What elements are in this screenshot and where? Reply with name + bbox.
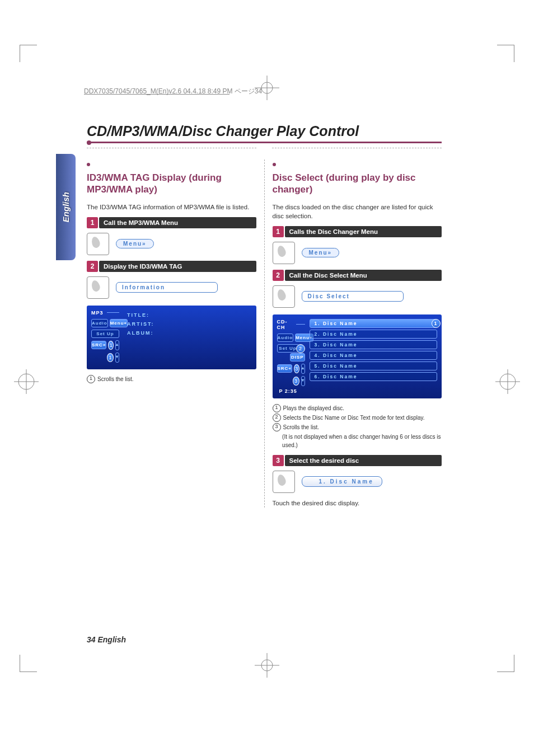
intro-text: The ID3/WMA TAG information of MP3/WMA f… (87, 203, 256, 212)
document-header: DDX7035/7045/7065_M(En)v2.6 04.4.18 8:49… (84, 87, 262, 96)
step-1: 1 Calls the Disc Changer Menu (273, 226, 442, 237)
touch-icon (273, 285, 295, 308)
page-footer: 34 English (87, 635, 126, 644)
title-rule (87, 142, 442, 143)
setup-button[interactable]: Set Up (277, 344, 299, 353)
intro-text: The discs loaded on the disc changer are… (273, 203, 442, 220)
section-dot (87, 163, 90, 166)
note-3b: (It is not displayed when a disc changer… (282, 433, 442, 449)
disc-item-6[interactable]: 6. Disc Name (310, 372, 438, 381)
scroll-down-button[interactable]: ▾ (301, 376, 305, 386)
outro-text: Touch the desired disc display. (273, 499, 442, 508)
audio-button[interactable]: Audio (277, 334, 294, 342)
step-number: 1 (273, 226, 284, 237)
disc-item-4[interactable]: 4. Disc Name (310, 351, 438, 360)
setup-button[interactable]: Set Up (91, 330, 119, 338)
left-column: ID3/WMA TAG Display (during MP3/WMA play… (87, 159, 265, 508)
disc-item-1[interactable]: 1. Disc Name (310, 319, 438, 328)
touch-icon (87, 276, 109, 299)
scroll-down-button[interactable]: ▾ (115, 353, 119, 363)
note-1: Plays the displayed disc. (283, 404, 345, 412)
field-title: TITLE: (127, 312, 249, 318)
disc-item-3[interactable]: 3. Disc Name (310, 340, 438, 349)
step-label: Call the Disc Select Menu (285, 270, 442, 281)
field-album: ALBUM: (127, 330, 249, 336)
field-artist: ARTIST: (127, 321, 249, 327)
note-3: Scrolls the list. (283, 423, 319, 431)
step-label: Calls the Disc Changer Menu (285, 226, 442, 237)
note-2: Selects the Disc Name or Disc Text mode … (283, 414, 425, 422)
language-tab: English (56, 154, 76, 260)
header-underline (84, 94, 229, 95)
play-time: P 2:35 (277, 388, 305, 394)
registration-mark-left (14, 369, 39, 394)
step-1: 1 Call the MP3/WMA Menu (87, 217, 256, 228)
mp3-screen: MP3 Audio Menu« Set Up SRC« 1 ▴ 1 ▾ (87, 306, 256, 369)
scroll-up-button[interactable]: ▴ (301, 364, 305, 374)
scroll-up-button[interactable]: ▴ (115, 340, 119, 350)
step-3: 3 Select the desired disc (273, 455, 442, 466)
disc-item-2[interactable]: 2. Disc Name (310, 330, 438, 339)
right-column: Disc Select (during play by disc changer… (265, 159, 442, 508)
step-label: Display the ID3/WMA TAG (99, 261, 256, 272)
language-label: English (61, 192, 71, 222)
step-number: 1 (87, 217, 98, 228)
callout-3b: 3 (293, 377, 299, 386)
step-label: Select the desired disc (285, 455, 442, 466)
audio-button[interactable]: Audio (91, 319, 108, 327)
screen-header: MP3 (91, 310, 104, 316)
section-dot (273, 163, 276, 166)
section-title-id3: ID3/WMA TAG Display (during MP3/WMA play… (87, 172, 256, 196)
menu-button[interactable]: Menu» (302, 248, 340, 257)
disp-button[interactable]: DISP (290, 353, 305, 361)
src-button[interactable]: SRC« (91, 341, 106, 349)
cdch-screen: CD-CH Audio Menu« Set Up 2 DISP SRC« (273, 314, 442, 398)
section-title-discselect: Disc Select (during play by disc changer… (273, 172, 442, 196)
note-bullet-3: 3 (273, 423, 281, 431)
callout-1: 1 (432, 319, 441, 328)
note-bullet-2: 2 (273, 414, 281, 422)
note-bullet-1: 1 (87, 375, 95, 383)
crop-mark-bl (20, 655, 37, 672)
note-1: Scrolls the list. (97, 375, 133, 383)
callout-1b: 1 (107, 353, 114, 362)
callout-2: 2 (296, 344, 305, 353)
step-number: 2 (273, 270, 284, 281)
note-bullet-1: 1 (273, 404, 281, 412)
callout-1: 1 (108, 341, 114, 350)
touch-icon (273, 471, 295, 493)
menu-button[interactable]: Menu» (116, 239, 154, 248)
crop-mark-tr (497, 45, 514, 62)
disc-select-button[interactable]: Disc Select (302, 291, 404, 302)
callout-3: 3 (294, 364, 299, 373)
src-button[interactable]: SRC« (277, 364, 292, 373)
step-number: 2 (87, 261, 98, 272)
step-number: 3 (273, 455, 284, 466)
touch-icon (87, 233, 109, 255)
touch-icon (273, 242, 295, 264)
screen-header: CD-CH (277, 319, 293, 330)
step-2: 2 Display the ID3/WMA TAG (87, 261, 256, 272)
registration-mark-right (495, 369, 520, 394)
step-label: Call the MP3/WMA Menu (99, 217, 256, 228)
disc-name-button[interactable]: 1. Disc Name (302, 476, 382, 487)
information-button[interactable]: Information (116, 282, 218, 293)
crop-mark-tl (20, 45, 37, 62)
crop-mark-br (497, 655, 514, 672)
step-2: 2 Call the Disc Select Menu (273, 270, 442, 281)
disc-item-5[interactable]: 5. Disc Name (310, 361, 438, 370)
page-title: CD/MP3/WMA/Disc Changer Play Control (87, 123, 442, 139)
